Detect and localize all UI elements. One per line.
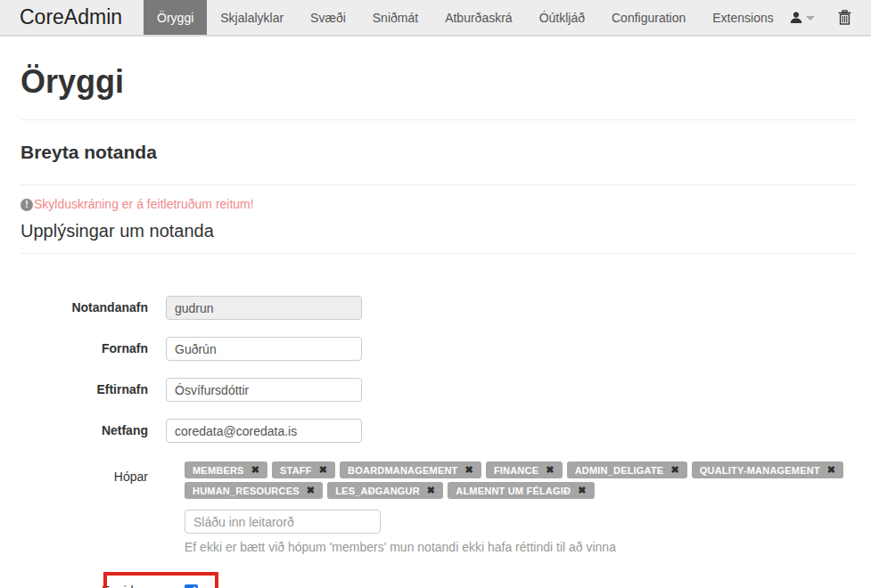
nav-item-configuration[interactable]: Configuration xyxy=(598,0,699,35)
group-tag: QUALITY-MANAGEMENT✖ xyxy=(692,461,843,478)
group-tag: HUMAN_RESOURCES✖ xyxy=(185,482,323,499)
form-row-username: Notandanafn xyxy=(21,296,857,320)
email-field[interactable] xyxy=(166,419,362,443)
remove-tag-icon[interactable]: ✖ xyxy=(578,485,586,496)
main-content: Öryggi Breyta notanda ! Skylduskráning e… xyxy=(0,63,871,588)
user-icon xyxy=(789,11,803,25)
username-field xyxy=(166,296,362,320)
group-tags: MEMBERS✖ STAFF✖ BOARDMANAGEMENT✖ FINANCE… xyxy=(185,460,857,501)
section-title: Breyta notanda xyxy=(21,141,857,163)
group-tag-label: HUMAN_RESOURCES xyxy=(193,486,300,496)
active-checkbox[interactable] xyxy=(185,584,198,588)
form-row-groups: Hópar MEMBERS✖ STAFF✖ BOARDMANAGEMENT✖ F… xyxy=(21,460,857,501)
firstname-field[interactable] xyxy=(166,337,362,361)
nav-item-extensions[interactable]: Extensions xyxy=(699,0,786,35)
form-row-firstname: Fornafn xyxy=(21,337,857,361)
group-tag-label: BOARDMANAGEMENT xyxy=(348,465,457,476)
info-icon: ! xyxy=(21,199,33,211)
remove-tag-icon[interactable]: ✖ xyxy=(827,464,835,476)
form-row-email: Netfang xyxy=(21,419,857,443)
user-form: Notandanafn Fornafn Eftirnafn Netfang Hó… xyxy=(21,296,857,588)
group-tag-label: MEMBERS xyxy=(193,465,244,476)
username-label: Notandanafn xyxy=(21,296,166,320)
remove-tag-icon[interactable]: ✖ xyxy=(251,464,259,476)
divider xyxy=(21,119,857,120)
lastname-label: Eftirnafn xyxy=(21,378,166,402)
trash-icon[interactable] xyxy=(838,10,851,25)
nav-item-oryggi[interactable]: Öryggi xyxy=(144,0,207,35)
group-tag-label: ADMIN_DELIGATE xyxy=(575,465,664,476)
remove-tag-icon[interactable]: ✖ xyxy=(670,464,678,476)
remove-tag-icon[interactable]: ✖ xyxy=(319,464,327,476)
chevron-down-icon xyxy=(806,16,815,20)
group-tag: STAFF✖ xyxy=(272,461,335,478)
group-tag: ADMIN_DELIGATE✖ xyxy=(567,461,687,478)
group-search-row xyxy=(185,510,857,534)
nav-item-svaedi[interactable]: Svæði xyxy=(297,0,359,35)
group-tag: MEMBERS✖ xyxy=(185,461,267,478)
group-tag-label: STAFF xyxy=(280,465,312,476)
remove-tag-icon[interactable]: ✖ xyxy=(307,485,315,496)
group-tag: LES_AÐGANGUR✖ xyxy=(327,482,443,499)
form-row-active: Er virkur xyxy=(21,570,857,588)
groups-label: Hópar xyxy=(21,460,166,501)
group-tag-label: ALMENNT UM FÉLAGIÐ xyxy=(456,486,571,496)
navbar-right xyxy=(789,0,871,35)
lastname-field[interactable] xyxy=(166,378,362,402)
group-search-input[interactable] xyxy=(185,510,381,534)
nav-item-snidmat[interactable]: Sniðmát xyxy=(359,0,431,35)
user-menu[interactable] xyxy=(789,11,815,25)
group-tag: BOARDMANAGEMENT✖ xyxy=(340,461,481,478)
firstname-label: Fornafn xyxy=(21,337,166,361)
navbar: CoreAdmin Öryggi Skjalalyklar Svæði Snið… xyxy=(0,0,871,37)
divider xyxy=(21,253,857,254)
email-label: Netfang xyxy=(21,419,166,443)
group-tag-label: FINANCE xyxy=(494,465,538,476)
subsection-title: Upplýsingar um notanda xyxy=(21,220,857,241)
groups-help-text: Ef ekki er bætt við hópum 'members' mun … xyxy=(185,540,857,554)
remove-tag-icon[interactable]: ✖ xyxy=(464,464,472,476)
divider xyxy=(21,184,857,185)
brand-logo[interactable]: CoreAdmin xyxy=(0,0,144,35)
required-fields-note: ! Skylduskráning er á feitletruðum reitu… xyxy=(21,197,857,212)
active-label: Er virkur xyxy=(21,570,166,588)
group-tag-label: LES_AÐGANGUR xyxy=(335,486,420,496)
group-tag: ALMENNT UM FÉLAGIÐ✖ xyxy=(448,482,594,499)
nav-item-atburdaskra[interactable]: Atburðaskrá xyxy=(431,0,525,35)
page-title: Öryggi xyxy=(21,63,857,101)
nav-item-skjalalyklar[interactable]: Skjalalyklar xyxy=(207,0,297,35)
group-tag-label: QUALITY-MANAGEMENT xyxy=(700,465,820,476)
nav-item-outkljad[interactable]: Óútkljáð xyxy=(526,0,598,35)
remove-tag-icon[interactable]: ✖ xyxy=(427,485,435,496)
form-row-lastname: Eftirnafn xyxy=(21,378,857,402)
nav-items: Öryggi Skjalalyklar Svæði Sniðmát Atburð… xyxy=(144,0,789,35)
required-note-text: Skylduskráning er á feitletruðum reitum! xyxy=(34,197,254,212)
group-tag: FINANCE✖ xyxy=(486,461,563,478)
remove-tag-icon[interactable]: ✖ xyxy=(546,464,554,476)
